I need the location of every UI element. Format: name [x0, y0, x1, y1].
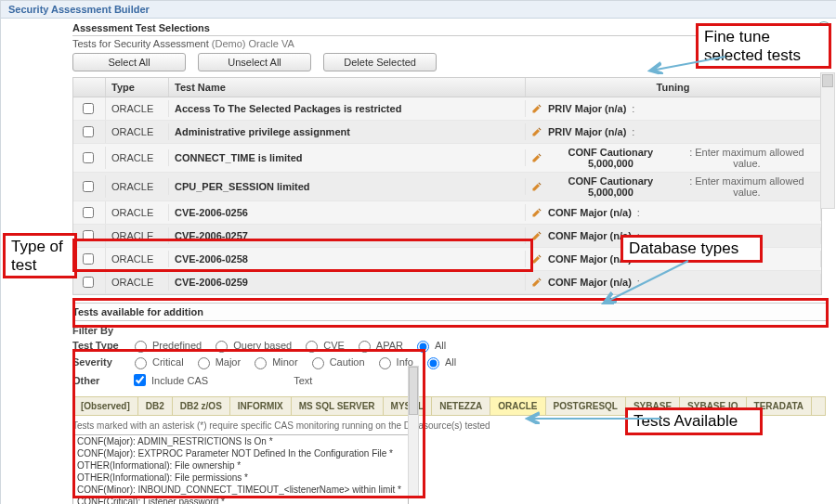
row-test-name: Administrative privilege assignment: [169, 123, 526, 140]
select-all-button[interactable]: Select All: [72, 53, 186, 71]
edit-icon[interactable]: [531, 207, 542, 218]
severity-option[interactable]: Minor: [250, 355, 298, 369]
table-row: ORACLECVE-2006-0259CONF Major (n/a):: [73, 271, 821, 294]
col-type[interactable]: Type: [106, 78, 169, 97]
list-item[interactable]: CONF(Critical): Listener password *: [73, 496, 408, 504]
table-row: ORACLECONNECT_TIME is limitedCONF Cautio…: [73, 144, 821, 173]
edit-icon[interactable]: [531, 277, 542, 288]
test-type-option[interactable]: Predefined: [130, 338, 202, 353]
edit-icon[interactable]: [531, 152, 542, 163]
edit-icon[interactable]: [531, 103, 542, 114]
severity-option[interactable]: Critical: [130, 355, 184, 369]
delete-selected-button[interactable]: Delete Selected: [323, 53, 437, 71]
available-tests-listbox[interactable]: CONF(Major): ADMIN_RESTRICTIONS Is On *C…: [72, 434, 409, 504]
test-type-option[interactable]: All: [412, 338, 446, 353]
severity-option[interactable]: All: [423, 355, 456, 369]
row-checkbox[interactable]: [83, 230, 94, 241]
radio-input[interactable]: [135, 357, 147, 369]
row-type: ORACLE: [106, 227, 169, 244]
svg-line-2: [651, 57, 725, 71]
radio-input[interactable]: [417, 341, 429, 353]
db-tab[interactable]: DB2: [138, 397, 173, 415]
row-test-name: CVE-2006-0256: [169, 204, 526, 221]
row-type: ORACLE: [106, 178, 169, 195]
row-test-name: CVE-2006-0259: [169, 274, 526, 291]
row-type: ORACLE: [106, 204, 169, 221]
severity-option[interactable]: Caution: [307, 355, 365, 369]
col-tuning[interactable]: Tuning: [526, 78, 821, 97]
radio-input[interactable]: [306, 341, 318, 353]
row-tuning: CONF Cautionary 5,000,000: Enter maximum…: [526, 173, 821, 200]
db-tab[interactable]: DB2 z/OS: [173, 397, 230, 415]
row-type: ORACLE: [106, 251, 169, 267]
list-item[interactable]: CONF(Major): ADMIN_RESTRICTIONS Is On *: [73, 435, 408, 447]
row-checkbox[interactable]: [83, 181, 94, 192]
app-title-bar: Security Assessment Builder: [1, 1, 836, 19]
db-tab[interactable]: NETEZZA: [432, 397, 490, 415]
row-test-name: CVE-2006-0258: [169, 251, 526, 267]
row-type: ORACLE: [106, 274, 169, 291]
row-checkbox[interactable]: [83, 253, 94, 265]
db-tab[interactable]: MS SQL SERVER: [292, 397, 384, 415]
row-checkbox[interactable]: [83, 103, 94, 114]
filter-panel: Filter By Test Type PredefinedQuery base…: [72, 321, 826, 396]
radio-input[interactable]: [427, 357, 439, 369]
text-filter-label: Text: [294, 375, 312, 386]
test-type-option[interactable]: CVE: [301, 338, 345, 353]
radio-input[interactable]: [135, 341, 147, 353]
radio-input[interactable]: [359, 341, 371, 353]
radio-input[interactable]: [312, 357, 324, 369]
db-tab[interactable]: [Observed]: [73, 397, 138, 415]
severity-option[interactable]: Major: [193, 355, 242, 369]
list-item[interactable]: OTHER(Informational): File ownership *: [73, 459, 408, 472]
available-header: Tests available for addition: [72, 303, 826, 321]
row-type: ORACLE: [106, 149, 169, 166]
include-cas-checkbox[interactable]: [134, 374, 146, 386]
row-checkbox[interactable]: [83, 207, 94, 218]
row-tuning: PRIV Major (n/a):: [526, 100, 821, 117]
test-type-option[interactable]: APAR: [354, 338, 403, 353]
row-tuning: CONF Major (n/a):: [526, 204, 821, 221]
table-row: ORACLECVE-2006-0256CONF Major (n/a):: [73, 201, 821, 225]
table-row: ORACLEAccess To The Selected Packages is…: [73, 97, 821, 121]
app-title: Security Assessment Builder: [8, 4, 150, 15]
other-label: Other: [72, 375, 124, 386]
radio-input[interactable]: [255, 357, 267, 369]
listbox-scrollbar[interactable]: [408, 366, 419, 498]
annotation-type-of-test: Type of test: [3, 233, 77, 278]
row-checkbox[interactable]: [83, 152, 94, 163]
row-tuning: CONF Cautionary 5,000,000: Enter maximum…: [526, 144, 821, 172]
unselect-all-button[interactable]: Unselect All: [198, 53, 311, 71]
row-checkbox[interactable]: [83, 126, 94, 137]
row-test-name: CVE-2006-0257: [169, 227, 526, 244]
radio-input[interactable]: [216, 341, 228, 353]
edit-icon[interactable]: [531, 126, 542, 137]
row-test-name: CONNECT_TIME is limited: [169, 149, 526, 166]
col-test-name[interactable]: Test Name: [169, 78, 526, 97]
row-test-name: CPU_PER_SESSION limited: [169, 178, 526, 195]
list-item[interactable]: CONF(Minor): INBOUND_CONNECT_TIMEOUT_<li…: [73, 484, 408, 496]
row-type: ORACLE: [106, 100, 169, 117]
row-test-name: Access To The Selected Packages is restr…: [169, 100, 526, 117]
severity-label: Severity: [72, 356, 124, 368]
edit-icon[interactable]: [531, 181, 542, 192]
filter-by-label: Filter By: [72, 325, 124, 336]
radio-input[interactable]: [198, 357, 210, 369]
edit-icon[interactable]: [531, 253, 542, 265]
edit-icon[interactable]: [531, 230, 542, 241]
radio-input[interactable]: [379, 357, 391, 369]
db-tab[interactable]: INFORMIX: [230, 397, 292, 415]
row-tuning: PRIV Major (n/a):: [526, 123, 821, 140]
row-type: ORACLE: [106, 123, 169, 140]
row-checkbox[interactable]: [83, 277, 94, 288]
scrollbar-thumb[interactable]: [822, 74, 833, 87]
list-item[interactable]: OTHER(Informational): File permissions *: [73, 472, 408, 484]
table-row: ORACLEAdministrative privilege assignmen…: [73, 121, 821, 144]
list-item[interactable]: CONF(Major): EXTPROC Parameter NOT Defin…: [73, 447, 408, 459]
svg-line-1: [605, 261, 688, 303]
table-row: ORACLECPU_PER_SESSION limitedCONF Cautio…: [73, 173, 821, 201]
test-type-label: Test Type: [72, 340, 124, 351]
table-scrollbar[interactable]: [820, 72, 835, 209]
test-type-option[interactable]: Query based: [211, 338, 292, 353]
scrollbar-thumb[interactable]: [409, 367, 418, 415]
